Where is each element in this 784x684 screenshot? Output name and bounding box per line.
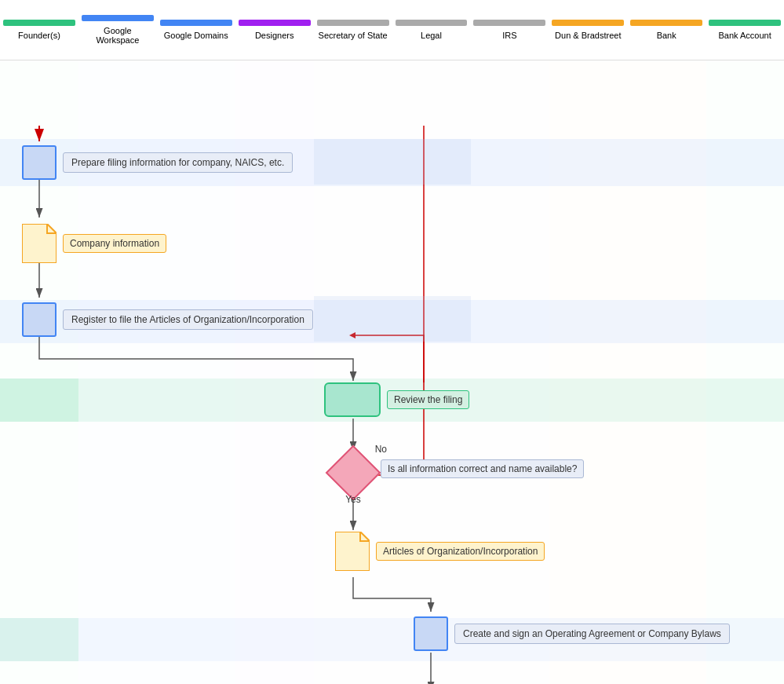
tab-dun-bradstreet[interactable]: Dun & Bradstreet	[549, 0, 627, 60]
tab-designers[interactable]: Designers	[235, 0, 314, 60]
tab-bank-account[interactable]: Bank Account	[706, 0, 784, 60]
tab-google-domains[interactable]: Google Domains	[157, 0, 235, 60]
doc-icon-company	[22, 224, 57, 263]
diagram-area: Prepare filing information for company, …	[0, 60, 784, 684]
tab-legal[interactable]: Legal	[392, 0, 471, 60]
tab-bar-legal	[396, 20, 468, 26]
process-box-register	[22, 302, 57, 337]
tab-label-bank-account: Bank Account	[718, 31, 771, 40]
diamond-wrapper	[334, 453, 373, 492]
tab-founders[interactable]: Founder(s)	[0, 0, 78, 60]
node-articles[interactable]: Articles of Organization/Incorporation	[335, 532, 545, 571]
tab-label-google-domains: Google Domains	[164, 31, 228, 40]
header-tabs: Founder(s) Google Workspace Google Domai…	[0, 0, 784, 60]
tab-label-irs: IRS	[502, 31, 516, 40]
review-box	[324, 382, 381, 417]
tab-bar-bank-account	[709, 20, 781, 26]
label-create-sign: Create and sign an Operating Agreement o…	[454, 624, 730, 644]
tab-bar-google-workspace	[82, 15, 154, 21]
tab-secretary[interactable]: Secretary of State	[314, 0, 392, 60]
tab-bar-designers	[239, 20, 311, 26]
founder-strip-1	[0, 379, 78, 422]
tab-bar-bank	[630, 20, 702, 26]
process-box-prepare	[22, 145, 57, 180]
node-decision[interactable]: No Yes Is all information correct and na…	[334, 453, 373, 492]
doc-icon-articles	[335, 532, 370, 571]
tab-bar-founders	[3, 20, 75, 26]
label-prepare: Prepare filing information for company, …	[63, 152, 293, 173]
node-company-info[interactable]: Company information	[22, 224, 166, 263]
tab-bar-irs	[473, 20, 545, 26]
founder-strip-2	[0, 618, 78, 661]
tab-label-legal: Legal	[421, 31, 442, 40]
label-decision: Is all information correct and name avai…	[381, 459, 584, 478]
label-yes: Yes	[345, 494, 361, 505]
node-review[interactable]: Review the filing	[324, 382, 469, 417]
tab-label-google-workspace: Google Workspace	[82, 26, 154, 45]
tab-bar-google-domains	[160, 20, 232, 26]
label-review: Review the filing	[387, 390, 469, 409]
tab-label-dun-bradstreet: Dun & Bradstreet	[555, 31, 621, 40]
node-prepare[interactable]: Prepare filing information for company, …	[22, 145, 293, 180]
tab-bank[interactable]: Bank	[627, 0, 706, 60]
diamond-shape	[326, 445, 381, 501]
node-create-sign[interactable]: Create and sign an Operating Agreement o…	[414, 616, 730, 651]
tab-label-bank: Bank	[657, 31, 676, 40]
label-no: No	[375, 444, 387, 455]
svg-marker-12	[335, 532, 370, 571]
node-register[interactable]: Register to file the Articles of Organiz…	[22, 302, 313, 337]
tab-google-workspace[interactable]: Google Workspace	[78, 0, 157, 60]
label-articles: Articles of Organization/Incorporation	[376, 542, 545, 561]
tab-label-designers: Designers	[255, 31, 294, 40]
label-register: Register to file the Articles of Organiz…	[63, 309, 313, 330]
svg-marker-11	[22, 224, 57, 263]
tab-bar-dun-bradstreet	[552, 20, 624, 26]
label-company-info: Company information	[63, 234, 166, 253]
tab-label-founders: Founder(s)	[18, 31, 60, 40]
tab-label-secretary: Secretary of State	[319, 31, 388, 40]
process-box-create	[414, 616, 448, 651]
tab-bar-secretary	[317, 20, 389, 26]
tab-irs[interactable]: IRS	[470, 0, 549, 60]
